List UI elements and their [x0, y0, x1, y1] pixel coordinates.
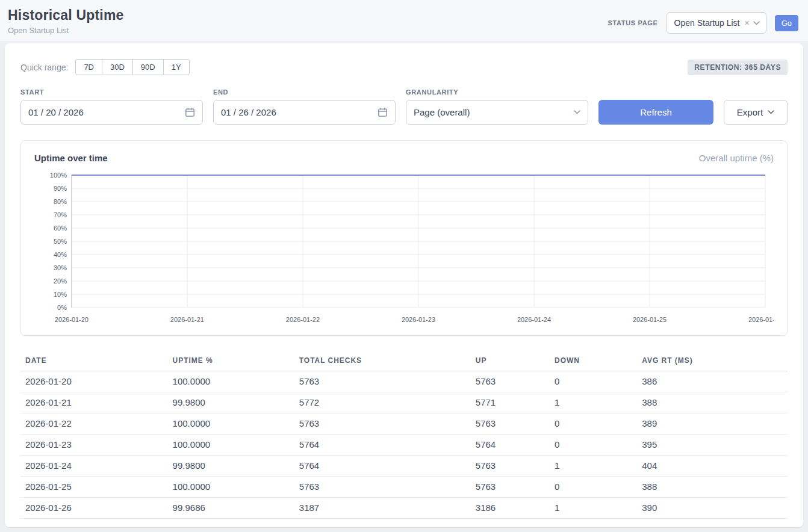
- table-cell: 99.9800: [168, 392, 294, 413]
- svg-text:20%: 20%: [54, 277, 67, 285]
- table-cell: 100.0000: [168, 435, 294, 456]
- calendar-icon[interactable]: [378, 107, 388, 117]
- status-page-select[interactable]: Open Startup List ×: [667, 12, 766, 34]
- table-cell: 388: [637, 392, 788, 413]
- granularity-value: Page (overall): [414, 107, 470, 117]
- chart-title: Uptime over time: [34, 153, 108, 163]
- refresh-button[interactable]: Refresh: [598, 100, 713, 125]
- export-button[interactable]: Export: [724, 100, 788, 125]
- svg-text:0%: 0%: [57, 304, 67, 311]
- table-row: 2026-01-2699.9686318731861390: [20, 498, 788, 519]
- quick-range-group: 7D30D90D1Y: [75, 59, 189, 75]
- page-title: Historical Uptime: [8, 7, 124, 23]
- granularity-field: GRANULARITY Page (overall): [406, 88, 588, 125]
- svg-text:2026-01-22: 2026-01-22: [286, 316, 320, 323]
- table-cell: 5764: [294, 435, 471, 456]
- table-cell: 5763: [471, 413, 550, 435]
- table-cell: 3187: [294, 498, 471, 519]
- calendar-icon[interactable]: [185, 107, 195, 117]
- title-block: Historical Uptime Open Startup List: [8, 7, 124, 35]
- table-cell: 5763: [471, 477, 550, 498]
- svg-text:30%: 30%: [54, 264, 67, 271]
- uptime-chart: 100%90%80%70%60%50%40%30%20%10%0%2026-01…: [34, 169, 774, 327]
- status-page-value: Open Startup List: [674, 18, 740, 28]
- quick-range-30d-button[interactable]: 30D: [102, 59, 133, 75]
- table-cell: 389: [637, 413, 788, 435]
- table-cell: 3186: [471, 498, 550, 519]
- quick-range-7d-button[interactable]: 7D: [75, 59, 102, 75]
- table-cell: 5763: [294, 477, 471, 498]
- start-date-input[interactable]: 01 / 20 / 2026: [20, 100, 203, 125]
- svg-text:60%: 60%: [54, 224, 67, 232]
- end-label: END: [213, 88, 396, 96]
- table-cell: 2026-01-25: [20, 477, 168, 498]
- table-cell: 2026-01-26: [20, 498, 168, 519]
- start-field: START 01 / 20 / 2026: [20, 88, 203, 125]
- end-date-input[interactable]: 01 / 26 / 2026: [213, 100, 396, 125]
- table-cell: 2026-01-24: [20, 456, 168, 477]
- table-cell: 5763: [294, 371, 471, 392]
- table-cell: 2026-01-21: [20, 392, 168, 413]
- quick-range-90d-button[interactable]: 90D: [132, 59, 164, 75]
- table-cell: 2026-01-20: [20, 371, 168, 392]
- table-row: 2026-01-25100.0000576357630388: [20, 477, 788, 498]
- chevron-down-icon: [768, 110, 774, 114]
- svg-text:10%: 10%: [54, 291, 67, 298]
- header: Historical Uptime Open Startup List STAT…: [0, 0, 808, 41]
- table-cell: 5771: [471, 392, 550, 413]
- table-cell: 1: [550, 498, 637, 519]
- go-button[interactable]: Go: [775, 15, 798, 31]
- table-cell: 5764: [471, 435, 550, 456]
- quick-range-1y-button[interactable]: 1Y: [163, 59, 190, 75]
- end-field: END 01 / 26 / 2026: [213, 88, 396, 125]
- table-cell: 1: [550, 456, 637, 477]
- svg-text:40%: 40%: [54, 251, 67, 258]
- table-cell: 0: [550, 477, 637, 498]
- table-cell: 0: [550, 435, 637, 456]
- svg-text:2026-01-21: 2026-01-21: [170, 316, 204, 323]
- table-cell: 390: [637, 498, 788, 519]
- clear-icon[interactable]: ×: [744, 18, 749, 28]
- table-cell: 5763: [294, 413, 471, 435]
- chart-panel: Uptime over time Overall uptime (%) 100%…: [20, 140, 788, 336]
- table-row: 2026-01-23100.0000576457640395: [20, 435, 788, 456]
- page-subtitle: Open Startup List: [8, 26, 124, 35]
- table-cell: 2026-01-22: [20, 413, 168, 435]
- page: Historical Uptime Open Startup List STAT…: [0, 0, 808, 532]
- svg-text:2026-01-23: 2026-01-23: [402, 316, 435, 323]
- table-cell: 100.0000: [168, 371, 294, 392]
- table-header-row: DATEUPTIME %TOTAL CHECKSUPDOWNAVG RT (MS…: [20, 351, 788, 371]
- granularity-select[interactable]: Page (overall): [406, 100, 588, 125]
- chevron-down-icon: [753, 21, 760, 25]
- start-label: START: [20, 88, 203, 96]
- svg-text:2026-01-25: 2026-01-25: [633, 316, 667, 323]
- column-header: UP: [471, 351, 550, 371]
- svg-text:2026-01-20: 2026-01-20: [55, 316, 89, 323]
- table-cell: 386: [637, 371, 788, 392]
- retention-badge: RETENTION: 365 DAYS: [688, 60, 788, 75]
- svg-text:70%: 70%: [54, 211, 67, 218]
- table-cell: 5772: [294, 392, 471, 413]
- column-header: UPTIME %: [168, 351, 294, 371]
- table-cell: 0: [550, 371, 637, 392]
- chart-header: Uptime over time Overall uptime (%): [34, 153, 774, 163]
- table-row: 2026-01-22100.0000576357630389: [20, 413, 788, 435]
- header-controls: STATUS PAGE Open Startup List × Go: [608, 12, 798, 34]
- quick-range-wrap: Quick range: 7D30D90D1Y: [20, 59, 190, 75]
- chart-legend: Overall uptime (%): [699, 153, 774, 163]
- table-cell: 1: [550, 392, 637, 413]
- svg-text:100%: 100%: [50, 172, 67, 179]
- table-cell: 404: [637, 456, 788, 477]
- table-body: 2026-01-20100.00005763576303862026-01-21…: [20, 371, 788, 519]
- table-cell: 99.9686: [168, 498, 294, 519]
- main-panel: Quick range: 7D30D90D1Y RETENTION: 365 D…: [5, 43, 803, 527]
- table-row: 2026-01-2199.9800577257711388: [20, 392, 788, 413]
- quick-range-label: Quick range:: [20, 63, 68, 72]
- column-header: DATE: [20, 351, 168, 371]
- svg-text:2026-01-24: 2026-01-24: [517, 316, 551, 323]
- controls-row: START 01 / 20 / 2026 END 01 / 26 / 2026 …: [20, 88, 788, 125]
- column-header: AVG RT (MS): [637, 351, 788, 371]
- table-cell: 5763: [471, 371, 550, 392]
- svg-text:50%: 50%: [54, 238, 67, 245]
- svg-text:2026-01-26: 2026-01-26: [748, 316, 774, 323]
